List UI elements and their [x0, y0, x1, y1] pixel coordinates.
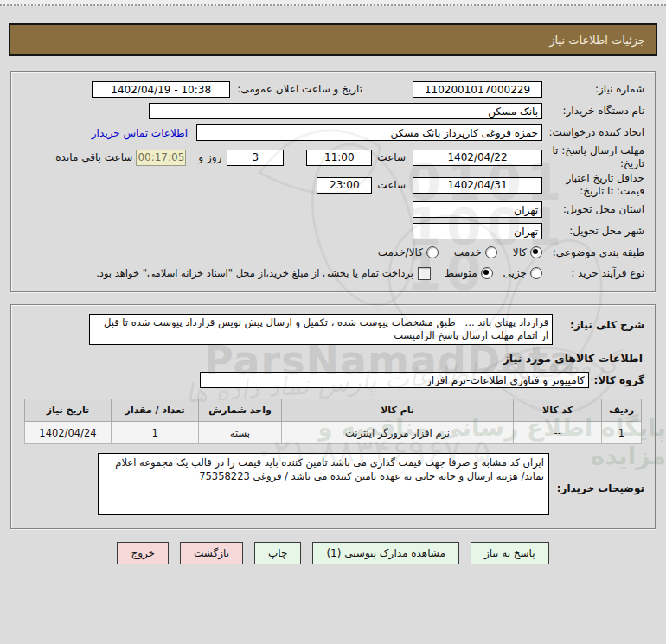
need-description-label: شرح کلی نیاز: [553, 314, 644, 331]
city-label: شهر محل تحویل: [542, 225, 644, 238]
city-field[interactable] [413, 223, 542, 239]
row-classification: طبقه بندی موضوعی: کالا خدمت کالا/خدمت [22, 242, 644, 263]
radio-option-label: متوسط [445, 267, 477, 279]
buyer-org-field[interactable] [149, 103, 542, 119]
header-item-code: کد کالا [514, 399, 602, 422]
row-reply-deadline: مهلت ارسال پاسخ: تا تاریخ: ساعت روز و 00… [22, 143, 644, 171]
goods-info-panel: شرح کلی نیاز: قرارداد پهنای باند ... طبق… [10, 304, 656, 529]
buyer-contact-link[interactable]: اطلاعات تماس خریدار [92, 127, 188, 139]
row-request-creator: ایجاد کننده درخواست: اطلاعات تماس خریدار [22, 122, 644, 143]
exit-button[interactable]: خروج [117, 542, 169, 564]
header-quantity: تعداد / مقدار [111, 399, 198, 422]
radio-option-service[interactable]: خدمت [454, 246, 497, 258]
cell-item-name: نرم افزار مرورگر اینترنت [281, 422, 514, 444]
radio-option-medium[interactable]: متوسط [445, 267, 493, 279]
reply-deadline-days-field[interactable] [227, 150, 284, 166]
treasury-checkbox-option[interactable]: پرداخت تمام یا بخشی از مبلغ خرید،از محل … [96, 267, 431, 280]
row-price-validity: حداقل تاریخ اعتبار قیمت: تا تاریخ: ساعت [22, 171, 644, 199]
window-titlebar: جزئیات اطلاعات نیاز [9, 23, 657, 56]
header-row-index: ردیف [602, 399, 642, 422]
header-unit: واحد شمارش [199, 399, 282, 422]
radio-option-label: کالا/خدمت [378, 246, 423, 258]
cell-quantity: 1 [111, 422, 198, 444]
reply-deadline-hour-label: ساعت [377, 151, 406, 163]
radio-icon[interactable] [485, 246, 497, 258]
view-attachments-button[interactable]: مشاهده مدارک پیوستی (1) [312, 542, 459, 564]
announce-datetime-label: تاریخ و ساعت اعلان عمومی: [237, 83, 362, 96]
treasury-checkbox[interactable] [418, 267, 431, 280]
buyer-notes-label: توضیحات خریدار: [549, 453, 644, 494]
radio-icon[interactable] [426, 246, 439, 258]
goods-table: ردیف کد کالا نام کالا واحد شمارش تعداد /… [24, 399, 642, 444]
goods-group-field[interactable] [200, 372, 589, 388]
goods-table-header-row: ردیف کد کالا نام کالا واحد شمارش تعداد /… [25, 399, 642, 422]
reply-to-need-button[interactable]: پاسخ به نیاز [471, 542, 549, 564]
back-button[interactable]: بازگشت [180, 542, 243, 564]
radio-option-goods[interactable]: کالا [513, 246, 542, 258]
price-validity-hour-label: ساعت [377, 179, 406, 191]
need-number-field[interactable] [413, 81, 542, 98]
radio-icon[interactable] [530, 267, 542, 279]
radio-icon[interactable] [530, 246, 542, 258]
days-and-label: روز و [198, 151, 221, 163]
row-need-number: شماره نیاز: تاریخ و ساعت اعلان عمومی: [22, 79, 644, 100]
price-validity-label: حداقل تاریخ اعتبار قیمت: تا تاریخ: [542, 172, 644, 198]
need-number-label: شماره نیاز: [542, 83, 644, 96]
need-description-box[interactable]: قرارداد پهنای باند ... طبق مشخصات پیوست … [89, 314, 553, 345]
radio-option-goods-service[interactable]: کالا/خدمت [378, 246, 439, 258]
cell-row-index: 1 [602, 422, 642, 444]
need-info-panel: شماره نیاز: تاریخ و ساعت اعلان عمومی: نا… [10, 71, 656, 292]
classification-label: طبقه بندی موضوعی: [542, 246, 644, 259]
page-title: جزئیات اطلاعات نیاز [549, 34, 645, 47]
row-process-type: نوع فرآیند خرید : جزیی متوسط پرداخت تمام… [22, 263, 644, 284]
reply-deadline-time-field[interactable] [306, 150, 372, 166]
radio-option-label: کالا [513, 246, 527, 258]
buyer-org-label: نام دستگاه خریدار: [542, 105, 644, 118]
print-button[interactable]: چاپ [254, 542, 301, 564]
cell-need-date: 1402/04/24 [25, 422, 112, 444]
row-city: شهر محل تحویل: [22, 220, 644, 242]
goods-section-heading: اطلاعات کالاهای مورد نیاز [22, 352, 643, 365]
province-field[interactable] [413, 201, 542, 218]
request-creator-label: ایجاد کننده درخواست: [542, 126, 644, 139]
row-buyer-notes: توضیحات خریدار: ایران کد مشابه و صرفا جه… [22, 453, 644, 515]
header-item-name: نام کالا [281, 399, 514, 422]
buyer-notes-box[interactable]: ایران کد مشابه و صرفا جهت قیمت گذاری می … [98, 453, 549, 515]
announce-datetime-field[interactable] [92, 81, 230, 98]
radio-option-minor[interactable]: جزیی [503, 267, 542, 279]
treasury-checkbox-label: پرداخت تمام یا بخشی از مبلغ خرید،از محل … [96, 267, 413, 279]
price-validity-time-field[interactable] [317, 177, 372, 194]
table-row[interactable]: 1 -- نرم افزار مرورگر اینترنت بسته 1 140… [25, 422, 642, 444]
top-dotted-divider [0, 0, 666, 6]
row-province: استان محل تحویل: [22, 199, 644, 220]
need-details-window: جزئیات اطلاعات نیاز شماره نیاز: تاریخ و … [0, 0, 666, 644]
action-button-bar: پاسخ به نیاز مشاهده مدارک پیوستی (1) چاپ… [0, 541, 666, 564]
radio-option-label: جزیی [503, 267, 527, 279]
reply-deadline-date-field[interactable] [413, 150, 542, 166]
process-type-label: نوع فرآیند خرید : [542, 267, 644, 280]
goods-group-label: گروه کالا: [589, 374, 644, 386]
hours-remaining-label: ساعت باقی مانده [55, 151, 132, 163]
request-creator-field[interactable] [196, 124, 542, 141]
row-need-description: شرح کلی نیاز: قرارداد پهنای باند ... طبق… [22, 314, 644, 345]
row-goods-group: گروه کالا: [22, 372, 644, 388]
row-buyer-org: نام دستگاه خریدار: [22, 100, 644, 122]
header-need-date: تاریخ نیاز [25, 399, 112, 422]
radio-option-label: خدمت [454, 246, 482, 258]
cell-unit: بسته [199, 422, 282, 444]
radio-icon[interactable] [481, 267, 493, 279]
reply-deadline-label: مهلت ارسال پاسخ: تا تاریخ: [542, 144, 644, 170]
price-validity-date-field[interactable] [413, 177, 542, 194]
cell-item-code: -- [514, 422, 602, 444]
countdown-timer: 00:17:05 [136, 150, 186, 166]
province-label: استان محل تحویل: [542, 203, 644, 216]
